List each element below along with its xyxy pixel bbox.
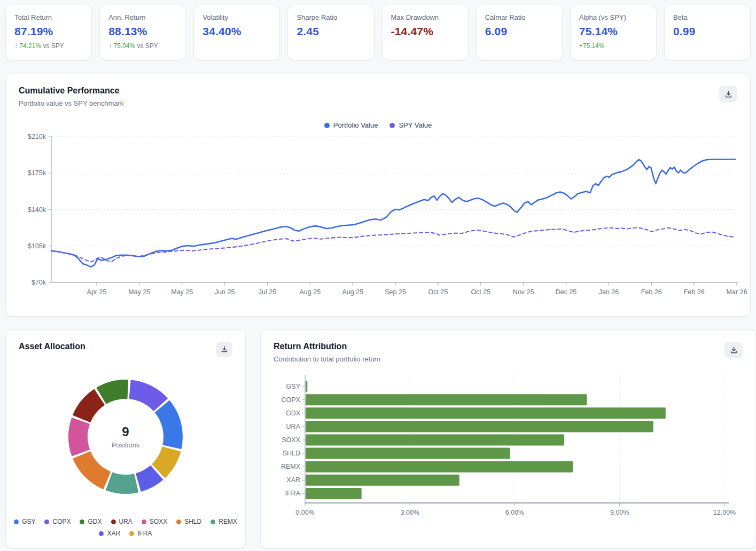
attribution-title: Return Attribution [274,342,380,351]
svg-text:Mar 26: Mar 26 [727,288,747,296]
stat-card-alpha-vs-spy: Alpha (vs SPY)75.14%+75.14% [570,5,657,60]
up-arrow-icon: ↑ [14,42,19,50]
svg-text:Aug 25: Aug 25 [342,288,363,296]
donut-slice-ifra [158,449,172,471]
allocation-legend-item-soxx[interactable]: SOXX [142,518,167,525]
legend-dot [324,123,330,128]
svg-text:$210k: $210k [28,133,46,140]
stat-value: 88.13% [108,25,177,38]
allocation-legend-item-copx[interactable]: COPX [44,518,71,525]
svg-text:Jul 25: Jul 25 [259,288,276,296]
stat-label: Sharpe Ratio [297,13,365,21]
attribution-header: Return Attribution Contribution to total… [261,330,755,363]
attribution-bar-soxx [306,435,564,446]
allocation-donut-wrap: 9 Positions [6,357,245,517]
stat-value: 34.40% [202,25,271,38]
legend-dot [176,519,181,524]
asset-allocation-card: Asset Allocation 9 Positions GSYCOPXGDXU… [5,329,246,548]
donut-slice-soxx [78,421,81,453]
legend-dot [211,519,215,524]
svg-text:$140k: $140k [28,206,46,214]
allocation-legend-item-ifra[interactable]: IFRA [129,530,152,537]
legend-dot [389,123,395,128]
attribution-bar-chart: 0.00%3.00%6.00%9.00%12.00%GSYCOPXGDXURAS… [261,371,755,531]
svg-text:GSY: GSY [286,383,301,390]
svg-text:Feb 26: Feb 26 [684,288,705,296]
stat-value: 0.99 [673,25,742,38]
svg-text:Oct 25: Oct 25 [428,288,448,296]
allocation-legend-item-gsy[interactable]: GSY [14,518,35,525]
portfolio-dashboard: Total Return87.19%↑ 74.21% vs SPYAnn. Re… [0,0,756,551]
stat-delta: ↑ 75.04% vs SPY [108,42,177,50]
svg-text:Aug 25: Aug 25 [300,288,321,296]
svg-text:Jan 26: Jan 26 [599,288,619,296]
legend-dot [14,519,19,524]
attribution-bar-xar [306,475,459,486]
stat-card-row: Total Return87.19%↑ 74.21% vs SPYAnn. Re… [5,5,751,60]
allocation-legend-item-shld[interactable]: SHLD [176,518,201,525]
allocation-title: Asset Allocation [19,342,85,351]
allocation-donut-chart [6,357,245,517]
download-attribution-button[interactable] [724,342,743,358]
allocation-legend-row: GSYCOPXGDXURASOXXSHLDREMX [17,518,235,525]
donut-slice-remx [109,481,136,484]
svg-text:XAR: XAR [286,476,300,484]
legend-label: GDX [88,518,102,525]
svg-text:$175k: $175k [28,169,46,177]
legend-label: SHLD [184,518,201,525]
legend-label: URA [119,518,133,525]
allocation-legend-item-ura[interactable]: URA [111,518,133,525]
svg-text:$70k: $70k [32,279,46,286]
performance-legend: Portfolio ValueSPY Value [6,121,750,129]
svg-text:Sep 25: Sep 25 [385,288,406,296]
performance-header: Cumulative Performance Portfolio value v… [6,74,750,107]
attribution-bar-remx [306,461,573,473]
performance-subtitle: Portfolio value vs SPY benchmark [19,99,123,107]
delta-percent: +75.14% [579,42,605,50]
stat-card-total-return: Total Return87.19%↑ 74.21% vs SPY [5,5,92,60]
delta-percent: 75.04% [113,42,135,50]
legend-item-spy-value[interactable]: SPY Value [389,121,432,129]
delta-suffix: vs SPY [135,42,158,50]
delta-suffix: vs SPY [41,42,64,50]
legend-label: GSY [22,518,35,525]
download-performance-button[interactable] [719,86,737,102]
svg-text:SHLD: SHLD [283,450,300,457]
legend-label: SPY Value [399,121,432,129]
performance-line-chart: $210k$175k$140k$105k$70kApr 25May 25May … [6,129,750,296]
stat-value: 87.19% [14,25,83,38]
allocation-legend-item-xar[interactable]: XAR [99,530,120,537]
allocation-legend-item-remx[interactable]: REMX [211,518,237,525]
legend-dot [44,519,49,524]
stat-label: Beta [673,13,742,21]
donut-slice-xar [138,473,157,483]
download-allocation-button[interactable] [216,342,232,357]
svg-text:May 25: May 25 [171,288,193,296]
svg-text:Dec 25: Dec 25 [556,288,577,296]
attribution-bar-gsy [306,381,307,392]
legend-dot [80,519,84,524]
legend-item-portfolio-value[interactable]: Portfolio Value [324,121,378,129]
svg-text:6.00%: 6.00% [505,509,524,516]
stat-card-beta: Beta0.99 [664,5,751,60]
performance-title: Cumulative Performance [19,86,123,96]
download-icon [724,90,732,98]
svg-text:$105k: $105k [28,242,46,250]
attribution-bar-gdx [306,407,666,419]
svg-text:COPX: COPX [282,396,301,404]
stat-value: -14.47% [391,25,459,38]
svg-text:REMX: REMX [281,463,301,470]
donut-slice-copx [130,389,161,405]
legend-label: IFRA [137,530,152,537]
legend-label: Portfolio Value [333,121,378,129]
allocation-header: Asset Allocation [6,330,245,357]
svg-text:SOXX: SOXX [282,436,300,444]
stat-value: 6.09 [485,25,554,38]
legend-dot [129,531,134,536]
allocation-legend-item-gdx[interactable]: GDX [80,518,102,525]
svg-text:May 25: May 25 [128,288,150,296]
svg-text:9.00%: 9.00% [610,509,629,516]
stat-label: Volatility [202,13,271,21]
legend-label: REMX [219,518,237,525]
donut-slice-ura [82,397,100,419]
